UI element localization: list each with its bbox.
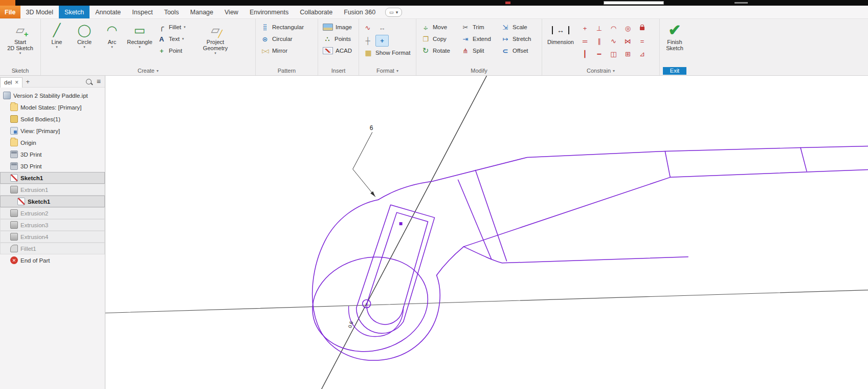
tree-item-sketch1[interactable]: Sketch1 [0,196,105,207]
tree-item-solid-bodies-1[interactable]: Solid Bodies(1) [0,113,105,125]
button-line[interactable]: ╱Line▾ [43,20,71,50]
tree-item-extrusion4[interactable]: Extrusion4 [0,231,105,243]
menu-tab-3d-model[interactable]: 3D Model [20,6,59,18]
finish-sketch-button[interactable]: ✔ Finish Sketch [662,20,687,52]
constraint-concentric-button[interactable]: ◎ [621,22,635,34]
dimension-text[interactable]: 6 [370,124,373,132]
dimension-button[interactable]: ↔ Dimension [544,20,577,46]
close-icon[interactable]: × [15,79,18,86]
chevron-down-icon[interactable]: ▾ [83,45,85,49]
button-scale[interactable]: ⇲Scale [498,22,537,32]
panel-label-create[interactable]: Create▾ [41,66,255,75]
search-icon[interactable] [86,79,92,84]
handle-connector-edge-1[interactable] [665,152,670,178]
constraint-coincident-button[interactable]: + [578,22,592,34]
chevron-down-icon[interactable]: ▾ [19,51,21,55]
constraint-collinear-button[interactable]: ═ [578,35,592,47]
tree-item-extrusion2[interactable]: Extrusion2 [0,207,105,219]
construction-line-steep[interactable] [322,76,487,389]
browser-menu-icon[interactable]: ≡ [97,77,101,85]
tree-item-sketch1[interactable]: Sketch1 [0,172,105,184]
constraint-fix-button[interactable] [635,22,649,34]
menu-tab-collaborate[interactable]: Collaborate [294,6,338,18]
sketch-point-marker[interactable] [399,222,403,225]
chevron-down-icon[interactable]: ▾ [111,45,113,49]
tree-item-extrusion1[interactable]: Extrusion1 [0,184,105,196]
chevron-down-icon[interactable]: ▾ [214,51,216,55]
button-offset[interactable]: ⊂Offset [498,46,537,56]
slot-outer-outline[interactable] [357,205,435,333]
button-circular[interactable]: ⊛Circular [258,34,306,44]
button-stretch[interactable]: ↦Stretch [498,34,537,44]
constraint-show-constraints-button[interactable]: ◫ [607,48,620,60]
handle-mid-edge[interactable] [464,247,688,263]
button-extend[interactable]: ⇥Extend [458,34,497,44]
panel-label-format[interactable]: Format▾ [359,66,416,75]
button-mirror[interactable]: ▷◁Mirror [258,46,306,56]
driven-dimension-button[interactable]: ↔ [375,22,389,34]
chevron-down-icon[interactable]: ▾ [184,25,186,29]
menu-tab-view[interactable]: View [219,6,244,18]
panel-label-constrain[interactable]: Constrain▾ [542,66,659,75]
button-rectangular[interactable]: ⣿Rectangular [258,22,306,32]
construction-button[interactable]: ∿ [361,22,374,34]
center-point-button[interactable]: + [375,35,389,47]
constraint-symmetric-button[interactable]: ⋈ [621,35,635,47]
start-2d-sketch-button[interactable]: ▱ + Start 2D Sketch ▾ [4,20,37,56]
constraint-equal-button[interactable]: = [635,35,649,47]
menu-tab-inspect[interactable]: Inspect [126,6,158,18]
add-tab-button[interactable]: + [26,78,30,85]
slot-inner-outline[interactable] [367,212,428,325]
tree-item-origin[interactable]: Origin [0,137,105,148]
button-move[interactable]: ↔↕Move [418,22,457,32]
menu-tab-fusion-360[interactable]: Fusion 360 [338,6,381,18]
constraint-tangent-button[interactable]: ◠ [607,22,620,34]
constraint-constraint-settings-button[interactable]: ⊞ [621,48,635,60]
menu-tab-tools[interactable]: Tools [159,6,185,18]
tree-item-fillet1[interactable]: Fillet1 [0,243,105,254]
button-trim[interactable]: ✂Trim [458,22,497,32]
chevron-down-icon[interactable]: ▾ [182,37,184,41]
chevron-down-icon[interactable]: ▾ [56,45,58,49]
constraint-vertical-button[interactable]: ┃ [578,48,592,60]
button-image[interactable]: Image [320,22,354,32]
paddle-neck-curve[interactable] [437,247,464,275]
button-point[interactable]: +Point [154,46,197,56]
button-rotate[interactable]: ↻Rotate [418,46,457,56]
project-geometry-button[interactable]: ▱ ╱ Project Geometry ▾ [198,20,232,56]
tree-item-end-of-part[interactable]: End of Part [0,254,105,266]
button-fillet[interactable]: ╭Fillet▾ [154,22,197,32]
handle-connector-edge-2[interactable] [800,148,807,171]
constraint-parallel-button[interactable]: ∥ [592,35,606,47]
handle-top-edge[interactable] [379,146,868,200]
handle-lower-edge[interactable] [464,169,868,247]
button-arc[interactable]: ◠Arc▾ [98,20,126,50]
menu-tab-annotate[interactable]: Annotate [90,6,126,18]
tree-item-model-states-primary[interactable]: Model States: [Primary] [0,101,105,113]
centerline-button[interactable]: ┼ [361,35,374,47]
tree-item-3d-print[interactable]: 3D Print [0,148,105,160]
button-split[interactable]: ⋔Split [458,46,497,56]
menu-tab-environments[interactable]: Environments [244,6,294,18]
button-copy[interactable]: ❐Copy [418,34,457,44]
constraint-auto-dimension-button[interactable]: ⊿ [635,48,649,60]
tree-item-extrusion3[interactable]: Extrusion3 [0,219,105,231]
browser-tab-model[interactable]: del × [0,77,23,88]
button-rectangle[interactable]: ▭Rectangle▾ [126,20,153,50]
canvas-viewport[interactable]: 6 0.6 [105,76,868,389]
chevron-down-icon[interactable]: ▾ [139,45,141,49]
constraint-perpendicular-button[interactable]: ⊥ [592,22,606,34]
button-points[interactable]: ∴Points [320,34,354,44]
constraint-horizontal-button[interactable]: ━ [592,48,606,60]
dimension-leader-line[interactable] [353,133,375,197]
center-point-dot[interactable] [366,303,367,305]
construction-line-horizontal[interactable] [105,290,868,313]
fillet-dimension-text[interactable]: 0.6 [347,320,354,329]
ribbon-display-toggle[interactable]: ▭ ▾ [385,8,402,17]
menu-tab-manage[interactable]: Manage [185,6,219,18]
tree-item-3d-print[interactable]: 3D Print [0,160,105,172]
head-ellipse[interactable] [302,245,438,363]
menu-tab-sketch[interactable]: Sketch [59,6,90,18]
menu-tab-file[interactable]: File [0,6,20,18]
button-circle[interactable]: ◯Circle▾ [71,20,98,50]
